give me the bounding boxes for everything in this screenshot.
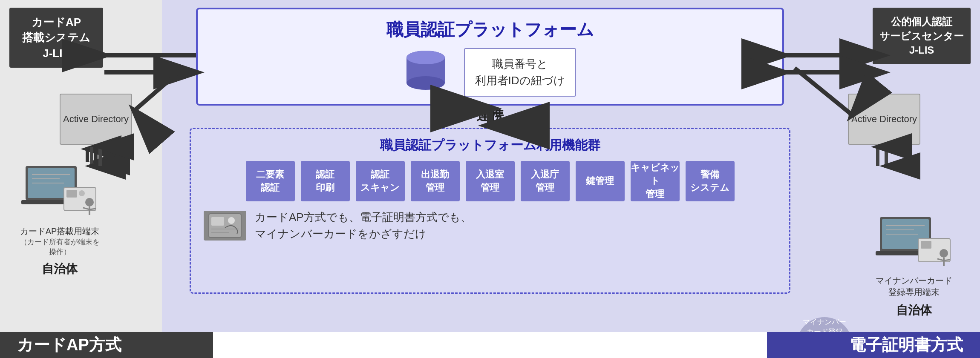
bottom-right-section: 電子証明書方式: [767, 332, 980, 358]
active-directory-left: Active Directory: [60, 94, 132, 145]
device-right-label: マイナンバーカード 登録専用端末: [861, 275, 967, 298]
device-right: マイナンバーカード登録ソフトウェア マイナンバーカード 登録専用端末 自治体: [861, 162, 967, 318]
feature-btn-2: 認証印刷: [301, 161, 350, 201]
svg-point-18: [85, 198, 94, 206]
svg-point-6: [228, 217, 235, 224]
bottom-left-section: カードAP方式: [0, 332, 213, 358]
device-left: カードAP搭載用端末 （カード所有者が端末を操作） 自治体: [17, 162, 102, 277]
link-text-box: 職員番号と 利用者IDの紐づけ: [464, 48, 576, 97]
platform-title: 職員認証プラットフォーム: [198, 18, 782, 41]
feature-btn-5: 入退室管理: [466, 161, 515, 201]
platform-box: 職員認証プラットフォーム 職員番号と 利用者IDの紐づけ: [196, 8, 784, 106]
feature-btn-3: 認証スキャン: [356, 161, 405, 201]
device-left-sublabel: （カード所有者が端末を操作）: [17, 237, 102, 257]
database-icon: [404, 49, 447, 96]
svg-point-17: [79, 190, 85, 196]
electronic-cert-label: 電子証明書方式: [850, 334, 963, 356]
device-left-label: カードAP搭載用端末: [17, 226, 102, 237]
svg-point-3: [406, 51, 445, 64]
active-directory-right: Active Directory: [848, 94, 920, 145]
svg-rect-16: [66, 190, 77, 198]
feature-btn-4: 出退勤管理: [411, 161, 460, 201]
svg-point-30: [940, 249, 948, 258]
feature-btn-8: キャビネット管理: [631, 161, 680, 201]
feature-btn-1: 二要素認証: [246, 161, 295, 201]
feature-btn-7: 鍵管理: [576, 161, 625, 201]
feature-note: カードAP方式でも、電子証明書方式でも、マイナンバーカードをかざすだけ: [191, 209, 789, 242]
svg-point-2: [406, 76, 445, 90]
device-left-jichitai: 自治体: [17, 261, 102, 277]
svg-rect-29: [921, 241, 931, 249]
platform-inner: 職員番号と 利用者IDの紐づけ: [198, 48, 782, 97]
feature-note-text: カードAP方式でも、電子証明書方式でも、マイナンバーカードをかざすだけ: [255, 209, 472, 242]
card-ap-label: カードAP方式: [17, 334, 121, 356]
feature-group-title: 職員認証プラットフォーム利用機能群: [191, 137, 789, 154]
bottom-bar: カードAP方式 電子証明書方式: [0, 332, 980, 358]
feature-group-box: 職員認証プラットフォーム利用機能群 二要素認証 認証印刷 認証スキャン 出退勤管…: [190, 128, 790, 294]
feature-buttons-container: 二要素認証 認証印刷 認証スキャン 出退勤管理 入退室管理 入退庁管理 鍵管理 …: [191, 161, 789, 201]
top-box-jlis-left: カードAP 搭載システム J-LIS: [9, 8, 103, 68]
feature-btn-9: 警備システム: [686, 161, 735, 201]
renkai-label: 連携: [476, 106, 504, 125]
card-icon: [204, 211, 246, 241]
svg-line-21: [89, 209, 96, 209]
top-box-jlis-right: 公的個人認証 サービスセンター J-LIS: [873, 8, 971, 64]
svg-line-33: [944, 260, 950, 261]
svg-rect-5: [211, 217, 224, 226]
device-right-jichitai: 自治体: [861, 302, 967, 318]
feature-btn-6: 入退庁管理: [521, 161, 570, 201]
